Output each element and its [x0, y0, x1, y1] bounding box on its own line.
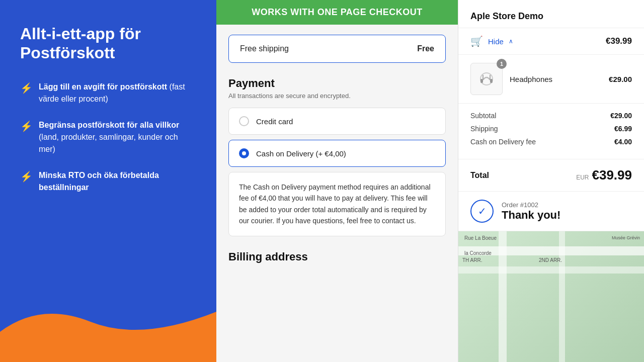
- payment-option-credit-card[interactable]: Credit card: [228, 108, 446, 135]
- map-road-v2: [559, 231, 565, 362]
- middle-content[interactable]: Free shipping Free Payment All transacti…: [216, 25, 458, 362]
- hide-button[interactable]: Hide: [488, 37, 504, 46]
- billing-title: Billing address: [228, 250, 446, 263]
- check-circle: ✓: [470, 200, 494, 223]
- chevron-up-icon: ∧: [509, 38, 513, 45]
- shipping-summary-label: Shipping: [470, 125, 498, 133]
- cod-fee-value: €4.00: [614, 138, 632, 146]
- right-panel: Aple Store Demo 🛒 Hide ∧ €39.99 1 H: [458, 0, 644, 362]
- lightning-icon-2: ⚡: [20, 120, 33, 132]
- summary-section: Subtotal €29.00 Shipping €6.99 Cash on D…: [458, 104, 644, 159]
- cart-icon: 🛒: [470, 35, 483, 47]
- shipping-label: Free shipping: [240, 44, 289, 53]
- shipping-row: Shipping €6.99: [470, 125, 632, 133]
- check-icon: ✓: [478, 205, 487, 217]
- credit-card-label: Credit card: [256, 117, 293, 126]
- cart-left: 🛒 Hide ∧: [470, 35, 513, 47]
- orange-wave: [0, 272, 216, 362]
- product-price: €29.00: [609, 75, 632, 83]
- badge-bar: WORKS WITH ONE PAGE CHECKOUT: [216, 0, 458, 25]
- map-section: Rue La Boeue TH ARR. 2ND ARR. Musée Grév…: [458, 231, 644, 362]
- cart-row: 🛒 Hide ∧ €39.99: [458, 28, 644, 55]
- map-road-v1: [499, 231, 507, 362]
- radio-credit-card[interactable]: [239, 116, 249, 126]
- total-right: EUR €39.99: [576, 167, 632, 183]
- middle-panel: WORKS WITH ONE PAGE CHECKOUT Free shippi…: [216, 0, 458, 362]
- order-number: Order #1002: [502, 201, 560, 209]
- svg-point-0: [480, 73, 493, 85]
- total-row: Total EUR €39.99: [458, 159, 644, 192]
- order-info: Order #1002 Thank you!: [502, 201, 560, 222]
- lightning-icon-3: ⚡: [20, 170, 33, 183]
- cod-info-text: The Cash on Delivery payment method requ…: [239, 182, 435, 227]
- store-header: Aple Store Demo: [458, 0, 644, 28]
- subtotal-label: Subtotal: [470, 112, 496, 120]
- feature-list: ⚡ Lägg till en avgift för postförskott (…: [20, 81, 196, 194]
- map-label-arr1: TH ARR.: [462, 257, 482, 263]
- product-name: Headphones: [510, 75, 602, 83]
- thankyou-section: ✓ Order #1002 Thank you!: [458, 192, 644, 231]
- subtotal-value: €29.00: [610, 112, 632, 120]
- total-label: Total: [470, 171, 489, 180]
- feature-item-2: ⚡ Begränsa postförskott för alla villkor…: [20, 119, 196, 155]
- payment-section: Payment All transactions are secure and …: [228, 73, 446, 250]
- payment-title: Payment: [228, 77, 446, 90]
- payment-subtitle: All transactions are secure and encrypte…: [228, 92, 446, 100]
- map-label-rue: Rue La Boeue: [464, 235, 497, 241]
- map-label-concorde: la Concorde: [464, 250, 492, 256]
- feature-text-1: Lägg till en avgift för postförskott (fa…: [39, 81, 196, 105]
- store-name: Aple Store Demo: [470, 11, 543, 21]
- product-image-wrap: 1: [470, 63, 503, 95]
- subtotal-row: Subtotal €29.00: [470, 112, 632, 120]
- cod-info-box: The Cash on Delivery payment method requ…: [228, 172, 446, 236]
- app-title: Allt-i-ett-app förPostförskott: [20, 24, 196, 63]
- headphones-svg: [476, 69, 497, 89]
- cod-label: Cash on Delivery (+ €4,00): [256, 149, 346, 158]
- thank-you-text: Thank you!: [502, 209, 560, 222]
- payment-option-cod[interactable]: Cash on Delivery (+ €4,00): [228, 140, 446, 167]
- product-row: 1 Headphones €29.00: [458, 55, 644, 104]
- shipping-value: Free: [417, 44, 434, 53]
- cart-total: €39.99: [606, 36, 632, 46]
- shipping-summary-value: €6.99: [614, 125, 632, 133]
- lightning-icon-1: ⚡: [20, 82, 33, 94]
- shipping-box: Free shipping Free: [228, 35, 446, 63]
- map-placeholder: Rue La Boeue TH ARR. 2ND ARR. Musée Grév…: [458, 231, 644, 362]
- radio-cod[interactable]: [239, 148, 249, 158]
- product-image: [470, 63, 503, 95]
- left-panel: Allt-i-ett-app förPostförskott ⚡ Lägg ti…: [0, 0, 216, 362]
- feature-item-1: ⚡ Lägg till en avgift för postförskott (…: [20, 81, 196, 105]
- total-currency: EUR: [576, 174, 589, 181]
- map-road-h2: [458, 266, 644, 274]
- product-badge: 1: [497, 59, 507, 69]
- cod-fee-row: Cash on Delivery fee €4.00: [470, 138, 632, 146]
- feature-text-2: Begränsa postförskott för alla villkor (…: [39, 119, 196, 155]
- total-value: €39.99: [592, 167, 632, 183]
- feature-text-3: Minska RTO och öka förbetalda beställnin…: [39, 169, 196, 194]
- billing-section: Billing address: [228, 250, 446, 280]
- badge-text: WORKS WITH ONE PAGE CHECKOUT: [252, 7, 423, 17]
- map-label-musee: Musée Grévin: [612, 235, 640, 240]
- feature-item-3: ⚡ Minska RTO och öka förbetalda beställn…: [20, 169, 196, 194]
- map-label-arr2: 2ND ARR.: [539, 257, 562, 263]
- cod-fee-label: Cash on Delivery fee: [470, 138, 536, 146]
